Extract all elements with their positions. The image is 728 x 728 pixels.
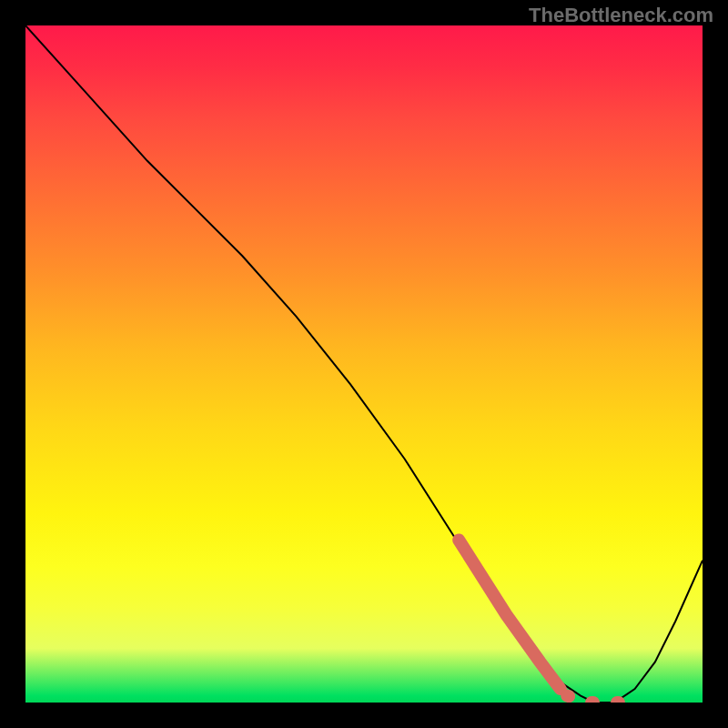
- highlight-dotted-segment: [567, 696, 622, 703]
- chart-svg: [25, 25, 703, 703]
- chart-plot-area: [25, 25, 703, 703]
- highlight-thick-segment: [459, 540, 561, 689]
- watermark-text: TheBottleneck.com: [529, 4, 713, 27]
- curve-line: [25, 25, 703, 703]
